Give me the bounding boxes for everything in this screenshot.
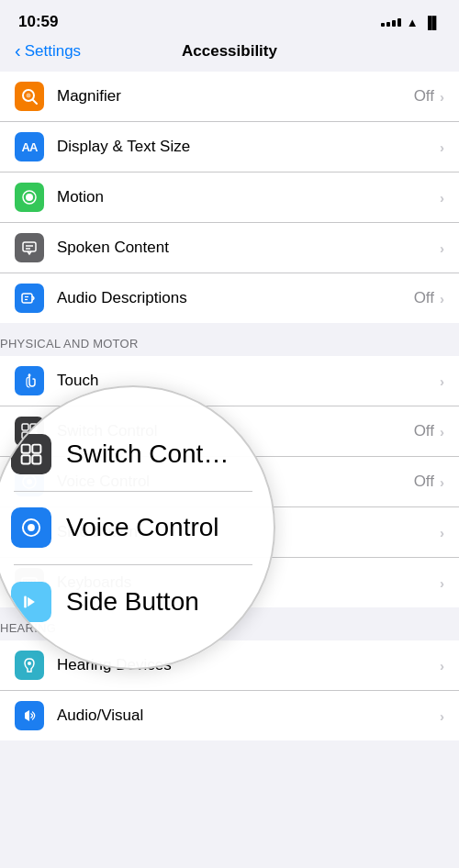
hearing-devices-chevron: › bbox=[440, 658, 444, 673]
signal-icon bbox=[381, 18, 401, 27]
motion-item[interactable]: Motion › bbox=[0, 172, 459, 223]
motion-icon bbox=[15, 183, 44, 212]
magnifier-overlay: Switch Cont… Voice Control Side Button bbox=[0, 385, 275, 670]
voice-control-chevron: › bbox=[440, 474, 444, 490]
page-title: Accessibility bbox=[182, 42, 277, 61]
side-button-chevron: › bbox=[440, 525, 444, 540]
audio-descriptions-label: Audio Descriptions bbox=[57, 289, 414, 307]
display-text-chevron: › bbox=[440, 139, 444, 155]
audio-visual-chevron: › bbox=[440, 708, 444, 724]
magnifier-switch-control: Switch Cont… bbox=[0, 417, 274, 491]
magnifier-voice-control: Voice Control bbox=[0, 491, 274, 564]
nav-bar: ‹ Settings Accessibility bbox=[0, 39, 459, 72]
spoken-content-chevron: › bbox=[440, 240, 444, 256]
audio-visual-label: Audio/Visual bbox=[57, 707, 440, 725]
svg-point-11 bbox=[28, 374, 31, 377]
audio-visual-item[interactable]: Audio/Visual › bbox=[0, 691, 459, 740]
touch-chevron: › bbox=[440, 373, 444, 389]
vision-section: Magnifier Off › AA Display & Text Size ›… bbox=[0, 72, 459, 323]
status-bar: 10:59 ▲ ▐▌ bbox=[0, 0, 459, 39]
spoken-content-icon bbox=[15, 233, 44, 262]
mag-switch-control-label: Switch Cont… bbox=[66, 440, 229, 469]
svg-rect-27 bbox=[32, 444, 40, 452]
svg-rect-5 bbox=[23, 242, 36, 251]
display-text-size-item[interactable]: AA Display & Text Size › bbox=[0, 122, 459, 172]
svg-point-2 bbox=[27, 94, 31, 98]
magnifier-chevron: › bbox=[440, 89, 444, 105]
status-icons: ▲ ▐▌ bbox=[381, 16, 441, 29]
svg-rect-8 bbox=[22, 294, 32, 303]
touch-item[interactable]: Touch › bbox=[0, 356, 459, 406]
display-text-label: Display & Text Size bbox=[57, 138, 440, 156]
display-text-icon: AA bbox=[15, 132, 44, 161]
voice-control-value: Off bbox=[414, 473, 434, 491]
audio-descriptions-chevron: › bbox=[440, 291, 444, 306]
svg-rect-29 bbox=[32, 455, 40, 463]
back-button[interactable]: ‹ Settings bbox=[15, 41, 81, 61]
switch-control-chevron: › bbox=[440, 424, 444, 440]
switch-control-value: Off bbox=[414, 422, 434, 440]
audio-visual-icon bbox=[15, 701, 44, 730]
hearing-devices-icon bbox=[15, 651, 44, 680]
svg-point-3 bbox=[26, 194, 33, 201]
svg-rect-12 bbox=[22, 424, 28, 430]
magnifier-icon bbox=[15, 82, 44, 111]
magnifier-side-button: Side Button bbox=[0, 565, 274, 639]
physical-section-header: PHYSICAL AND MOTOR bbox=[0, 337, 139, 351]
mag-voice-control-label: Voice Control bbox=[66, 513, 219, 542]
motion-label: Motion bbox=[57, 188, 440, 206]
svg-line-1 bbox=[33, 100, 37, 104]
magnifier-item[interactable]: Magnifier Off › bbox=[0, 72, 459, 122]
battery-icon: ▐▌ bbox=[424, 16, 441, 29]
wifi-icon: ▲ bbox=[407, 16, 419, 29]
status-time: 10:59 bbox=[18, 13, 58, 31]
svg-rect-28 bbox=[22, 455, 30, 463]
audio-descriptions-item[interactable]: Audio Descriptions Off › bbox=[0, 273, 459, 323]
audio-descriptions-value: Off bbox=[414, 289, 434, 307]
mag-voice-control-icon bbox=[11, 507, 51, 548]
motion-chevron: › bbox=[440, 190, 444, 206]
keyboards-chevron: › bbox=[440, 575, 444, 591]
back-arrow-icon: ‹ bbox=[15, 40, 21, 61]
svg-point-31 bbox=[28, 524, 35, 531]
spoken-content-label: Spoken Content bbox=[57, 239, 440, 257]
physical-separator: PHYSICAL AND MOTOR bbox=[0, 323, 459, 356]
audio-descriptions-icon bbox=[15, 284, 44, 313]
magnifier-label: Magnifier bbox=[57, 87, 414, 106]
hearing-section: Hearing Devices › Audio/Visual › bbox=[0, 640, 459, 740]
touch-icon bbox=[15, 366, 44, 395]
magnifier-value: Off bbox=[414, 87, 434, 106]
svg-rect-26 bbox=[22, 444, 30, 452]
mag-side-button-label: Side Button bbox=[66, 587, 199, 617]
back-label: Settings bbox=[25, 42, 81, 61]
svg-point-25 bbox=[28, 662, 31, 665]
spoken-content-item[interactable]: Spoken Content › bbox=[0, 223, 459, 273]
